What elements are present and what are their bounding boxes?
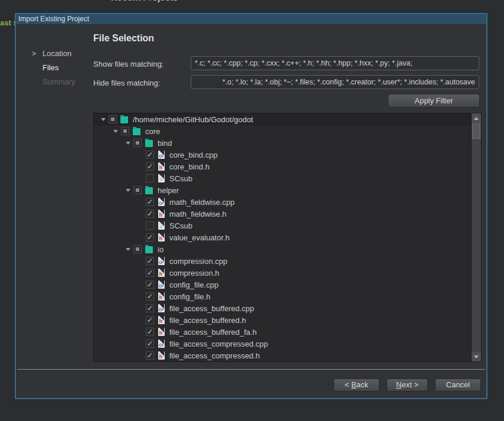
cancel-button[interactable]: Cancel	[435, 378, 481, 391]
item-checkbox-checked[interactable]: ✓	[146, 233, 154, 241]
item-checkbox-checked[interactable]: ✓	[146, 328, 154, 336]
scrollbar-thumb[interactable]	[472, 123, 480, 139]
hide-files-input[interactable]: *.o; *.lo; *.la; *.obj; *~; *.files; *.c…	[191, 75, 479, 89]
scroll-down-icon[interactable]	[472, 352, 481, 361]
tree-item-label: helper	[158, 186, 179, 195]
page-title: File Selection	[93, 33, 154, 44]
item-checkbox-checked[interactable]: ✓	[146, 304, 154, 312]
tree-item-label: SCsub	[169, 221, 192, 230]
footer-separator	[17, 369, 485, 370]
tree-item-label: SCsub	[169, 174, 192, 183]
cpp-file-icon: C+	[158, 340, 165, 348]
h-file-icon: h	[158, 292, 165, 301]
item-checkbox-checked[interactable]: ✓	[146, 292, 154, 301]
tree-row[interactable]: ✓hfile_access_compressed.h	[94, 350, 471, 361]
tree-item-label: config_file.h	[169, 292, 210, 301]
folder-icon	[120, 116, 128, 123]
expand-collapse-icon[interactable]	[123, 189, 133, 192]
file-tree-rows: /home/michele/GitHub/Godot/godotcorebind…	[94, 113, 471, 361]
tree-row[interactable]: ✓hfile_access_buffered.h	[94, 314, 471, 326]
item-checkbox-checked[interactable]: ✓	[146, 162, 154, 171]
tree-row[interactable]: ✓hcompression.h	[94, 267, 471, 279]
tree-item-label: file_access_buffered.cpp	[169, 304, 254, 313]
tree-item-label: file_access_compressed.cpp	[169, 340, 268, 348]
cpp-file-icon: C+	[158, 304, 165, 312]
item-checkbox-checked[interactable]: ✓	[146, 269, 154, 277]
item-checkbox-partial[interactable]	[133, 139, 142, 147]
tree-row[interactable]: ✓hconfig_file.h	[94, 291, 471, 302]
scroll-up-icon[interactable]	[472, 113, 481, 123]
item-checkbox-partial[interactable]	[121, 127, 129, 135]
file-tree: /home/michele/GitHub/Godot/godotcorebind…	[93, 113, 482, 362]
show-files-input[interactable]: *.c; *.cc; *.cpp; *.cp; *.cxx; *.c++; *.…	[191, 56, 479, 70]
tree-row[interactable]: ✓C+file_access_buffered.cpp	[94, 302, 471, 314]
apply-filter-button[interactable]: Apply Filter	[388, 94, 480, 107]
tree-item-label: math_fieldwise.cpp	[169, 198, 235, 207]
tree-item-label: io	[158, 245, 163, 254]
h-file-icon: h	[158, 328, 165, 336]
item-checkbox-checked[interactable]: ✓	[146, 210, 154, 218]
tree-row[interactable]: ✓hvalue_evaluator.h	[94, 231, 471, 243]
tree-scrollbar[interactable]	[471, 113, 481, 361]
tree-row[interactable]: ≡SCsub	[94, 220, 471, 231]
item-checkbox-unchecked[interactable]	[146, 221, 154, 230]
item-checkbox-checked[interactable]: ✓	[146, 198, 154, 206]
cpp-file-icon: C+	[158, 151, 165, 159]
item-checkbox-checked[interactable]: ✓	[146, 351, 154, 360]
tree-row[interactable]: io	[94, 243, 471, 255]
tree-item-label: file_access_compressed.h	[169, 351, 260, 360]
show-files-label: Show files matching:	[93, 60, 163, 68]
tree-row[interactable]: ✓C+math_fieldwise.cpp	[94, 196, 471, 208]
folder-icon	[145, 140, 153, 147]
background-recent-projects-label: Recent Projects	[111, 0, 178, 2]
next-button[interactable]: Next >	[387, 378, 428, 391]
tree-item-label: config_file.cpp	[169, 280, 218, 289]
tree-row[interactable]: core	[94, 125, 471, 137]
tree-item-label: bind	[158, 139, 172, 148]
item-checkbox-unchecked[interactable]	[146, 174, 154, 182]
h-file-icon: h	[158, 162, 165, 171]
item-checkbox-checked[interactable]: ✓	[146, 257, 154, 265]
item-checkbox-partial[interactable]	[133, 245, 142, 253]
item-checkbox-checked[interactable]: ✓	[146, 340, 154, 348]
tree-row[interactable]: ✓hfile_access_buffered_fa.h	[94, 326, 471, 338]
tree-item-label: compression.h	[169, 269, 220, 278]
tree-item-label: value_evaluator.h	[169, 233, 230, 242]
tree-row[interactable]: bind	[94, 137, 471, 149]
cpp-file-icon: C+	[158, 198, 165, 206]
tree-row[interactable]: ✓C+compression.cpp	[94, 255, 471, 267]
dialog-title: Import Existing Project	[18, 15, 89, 23]
tree-item-label: file_access_buffered_fa.h	[169, 328, 257, 337]
folder-icon	[145, 246, 153, 253]
item-checkbox-checked[interactable]: ✓	[146, 316, 154, 324]
h-file-icon: h	[158, 269, 165, 277]
current-step-marker-icon: >	[32, 50, 36, 58]
tree-row[interactable]: ✓hcore_bind.h	[94, 161, 471, 172]
expand-collapse-icon[interactable]	[123, 142, 133, 145]
expand-collapse-icon[interactable]	[123, 248, 133, 251]
tree-row[interactable]: ✓C+config_file.cpp	[94, 279, 471, 291]
item-checkbox-checked[interactable]: ✓	[146, 151, 154, 159]
tree-row[interactable]: ✓C+core_bind.cpp	[94, 149, 471, 161]
tree-row[interactable]: ✓C+file_access_compressed.cpp	[94, 338, 471, 350]
back-button[interactable]: < Back	[333, 378, 379, 391]
tree-row[interactable]: helper	[94, 184, 471, 196]
tree-row[interactable]: ✓hmath_fieldwise.h	[94, 208, 471, 220]
wizard-step-summary: Summary	[42, 77, 76, 86]
item-checkbox-checked[interactable]: ✓	[146, 280, 154, 289]
tree-item-label: core	[145, 127, 160, 136]
expand-collapse-icon[interactable]	[98, 118, 109, 121]
wizard-step-location: Location	[42, 49, 71, 58]
h-file-icon: h	[158, 210, 165, 218]
tree-item-label: compression.cpp	[169, 257, 227, 266]
expand-collapse-icon[interactable]	[110, 130, 121, 133]
item-checkbox-partial[interactable]	[109, 115, 117, 123]
cpp-file-icon: C+	[158, 280, 165, 289]
item-checkbox-partial[interactable]	[133, 186, 142, 194]
h-file-icon: h	[158, 351, 165, 360]
folder-icon	[145, 187, 153, 194]
tree-row[interactable]: /home/michele/GitHub/Godot/godot	[94, 113, 471, 125]
import-existing-project-dialog: Import Existing Project > Location Files…	[15, 13, 487, 399]
tree-row[interactable]: ≡SCsub	[94, 172, 471, 184]
dialog-titlebar[interactable]: Import Existing Project	[16, 14, 486, 24]
